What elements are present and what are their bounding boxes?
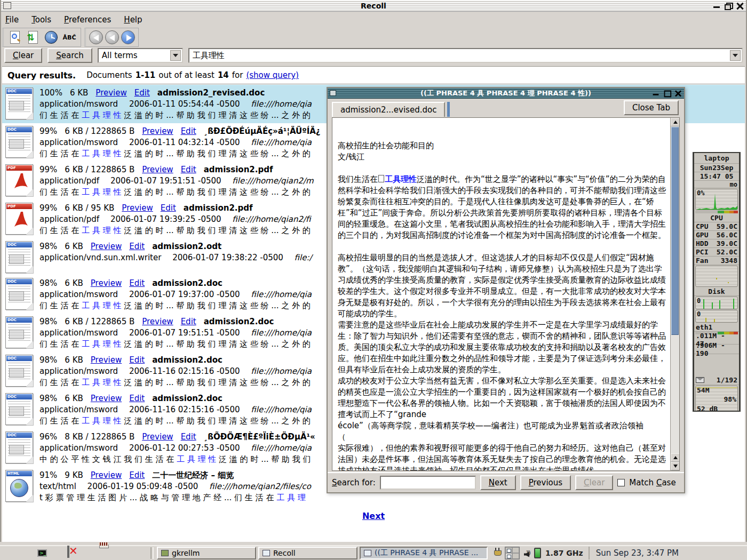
workspace-4[interactable] bbox=[512, 553, 519, 559]
mime-type: application/pdf bbox=[39, 176, 99, 186]
eth1-panel: eth1 bbox=[694, 323, 739, 332]
gkrellm-date: Sun23Sep bbox=[694, 164, 739, 172]
restore-icon[interactable] bbox=[725, 2, 732, 10]
edit-link[interactable]: Edit bbox=[181, 126, 196, 137]
search-mode-value: All terms bbox=[102, 51, 138, 60]
edit-link[interactable]: Edit bbox=[181, 164, 196, 175]
show-query-link[interactable]: (show query) bbox=[246, 70, 299, 80]
spellcheck-icon: ÅBĈ bbox=[63, 34, 76, 41]
edit-link[interactable]: Edit bbox=[129, 278, 145, 289]
page-fold bbox=[26, 113, 33, 119]
task-gkrellm[interactable]: gkrellm bbox=[157, 547, 256, 559]
preview-link[interactable]: Preview bbox=[142, 164, 173, 175]
preview-titlebar[interactable]: ((工 PHRASE 4 具 PHRASE 4 理 PHRASE 4 性)) bbox=[328, 88, 684, 99]
next-page-link[interactable]: Next bbox=[2, 511, 745, 521]
preview-tab[interactable]: admission2...evised.doc bbox=[332, 102, 445, 117]
minimize-icon[interactable] bbox=[653, 90, 659, 97]
close-icon[interactable] bbox=[736, 2, 744, 10]
workspace-2[interactable] bbox=[512, 547, 519, 553]
preview-link[interactable]: Preview bbox=[91, 278, 122, 289]
workspace-3[interactable] bbox=[505, 553, 512, 559]
preview-tabbar: admission2...evised.doc Close Tab bbox=[328, 99, 684, 117]
maximize-icon[interactable] bbox=[664, 90, 671, 97]
snippet-highlight: 工 具 理 性 bbox=[82, 301, 121, 310]
task-recoll[interactable]: Recoll bbox=[258, 547, 357, 559]
preview-doc-button[interactable] bbox=[7, 30, 23, 45]
file-type-label: HTML bbox=[6, 471, 32, 476]
snippet-pre: 们 生 活 在 bbox=[39, 339, 82, 349]
cpu-chart[interactable]: 0% bbox=[695, 189, 738, 210]
xkill-icon[interactable]: ✕ bbox=[67, 547, 80, 559]
volume-icon[interactable]: ))) bbox=[524, 549, 530, 557]
edit-link[interactable]: Edit bbox=[181, 316, 196, 327]
workspace-1[interactable] bbox=[505, 547, 512, 553]
scroll-up-icon[interactable] bbox=[671, 118, 680, 126]
preview-content[interactable]: 高校招生的社会功能和目的文/钱江我们生活在工具理性泛滥的时代。作为“世之显学”的… bbox=[332, 117, 680, 471]
scroll-up-icon[interactable] bbox=[671, 453, 680, 462]
menu-preferences[interactable]: Preferences bbox=[64, 15, 111, 25]
task-preview-window[interactable]: ((工 PHRASE 4 具 PHRASE ... bbox=[360, 547, 488, 559]
preview-link[interactable]: Preview bbox=[96, 87, 126, 99]
minimize-icon[interactable] bbox=[713, 2, 720, 10]
edit-link[interactable]: Edit bbox=[129, 355, 145, 366]
memory-chart[interactable]: 54M 98% 52 dB bbox=[695, 386, 738, 412]
preview-link[interactable]: Preview bbox=[91, 393, 122, 404]
menu-file[interactable]: File bbox=[5, 15, 19, 25]
find-clear-button[interactable]: Clear bbox=[575, 475, 613, 490]
search-mode-select[interactable]: All terms bbox=[98, 48, 183, 63]
back-button[interactable] bbox=[105, 30, 119, 44]
menu-tools[interactable]: Tools bbox=[31, 15, 51, 25]
forward-button[interactable] bbox=[121, 30, 135, 44]
close-tab-button[interactable]: Close Tab bbox=[624, 100, 679, 115]
find-input[interactable] bbox=[380, 476, 476, 490]
edit-link[interactable]: Edit bbox=[134, 87, 150, 99]
search-query-input[interactable]: 工具理性 bbox=[188, 48, 743, 63]
preview-link[interactable]: Preview bbox=[142, 316, 173, 327]
history-button[interactable] bbox=[43, 30, 59, 45]
term-explorer-button[interactable]: ÅBĈ bbox=[61, 30, 77, 45]
chevron-down-icon[interactable] bbox=[730, 50, 741, 61]
preview-link[interactable]: Preview bbox=[142, 126, 173, 137]
cpu-freq-icon[interactable] bbox=[534, 548, 541, 558]
edit-link[interactable]: Edit bbox=[129, 241, 145, 252]
match-case-checkbox[interactable] bbox=[617, 479, 625, 486]
disk-chart-1[interactable]: 0 bbox=[695, 297, 738, 309]
power-plug-icon[interactable] bbox=[494, 548, 500, 558]
typewriter-icon[interactable] bbox=[97, 547, 110, 559]
chevron-down-icon[interactable] bbox=[170, 50, 181, 61]
clear-button[interactable]: Clear bbox=[4, 48, 42, 63]
preview-text[interactable]: 高校招生的社会功能和目的文/钱江我们生活在工具理性泛滥的时代。作为“世之显学”的… bbox=[332, 118, 670, 470]
workspace-pager[interactable] bbox=[505, 547, 520, 559]
main-titlebar[interactable]: Recoll bbox=[1, 0, 746, 12]
scroll-down-icon[interactable] bbox=[671, 462, 680, 470]
preview-link[interactable]: Preview bbox=[91, 470, 122, 481]
preview-link[interactable]: Preview bbox=[91, 355, 122, 366]
close-icon[interactable] bbox=[675, 90, 682, 97]
gnome-foot-icon[interactable] bbox=[7, 547, 20, 559]
preview-scrollbar[interactable] bbox=[670, 118, 679, 470]
preview-link[interactable]: Preview bbox=[122, 203, 153, 214]
file-type-label: PDF bbox=[6, 165, 32, 171]
terminal-icon[interactable]: >_ bbox=[37, 547, 50, 559]
fan-chart[interactable] bbox=[695, 266, 738, 287]
preview-link[interactable]: Preview bbox=[142, 431, 173, 443]
edit-link[interactable]: Edit bbox=[181, 431, 196, 443]
find-next-button[interactable]: Next bbox=[480, 475, 516, 490]
find-previous-button[interactable]: Previous bbox=[520, 475, 571, 490]
menu-help[interactable]: Help bbox=[124, 15, 142, 25]
preview-link[interactable]: Preview bbox=[91, 241, 122, 252]
sort-button[interactable]: ⇅ bbox=[25, 30, 41, 45]
page-fold bbox=[26, 151, 33, 158]
gkrellm-monitor[interactable]: laptop Sun23Sep 15:47 05 mo 0% CPU CPU59… bbox=[693, 152, 741, 412]
edit-link[interactable]: Edit bbox=[161, 203, 176, 214]
edit-link[interactable]: Edit bbox=[129, 393, 145, 404]
window-title: Recoll bbox=[1, 2, 746, 10]
firefox-icon[interactable] bbox=[127, 547, 140, 559]
search-button[interactable]: Search bbox=[47, 48, 92, 63]
disk-chart-2[interactable]: 0 bbox=[695, 310, 738, 323]
edit-link[interactable]: Edit bbox=[129, 470, 145, 481]
taskbar-clock[interactable]: Sun Sep 23, 3:47 PM bbox=[589, 547, 679, 559]
file-type-icon: DOC bbox=[5, 431, 33, 463]
scrollbar-thumb[interactable] bbox=[671, 127, 679, 335]
back-first-button[interactable] bbox=[89, 30, 103, 44]
